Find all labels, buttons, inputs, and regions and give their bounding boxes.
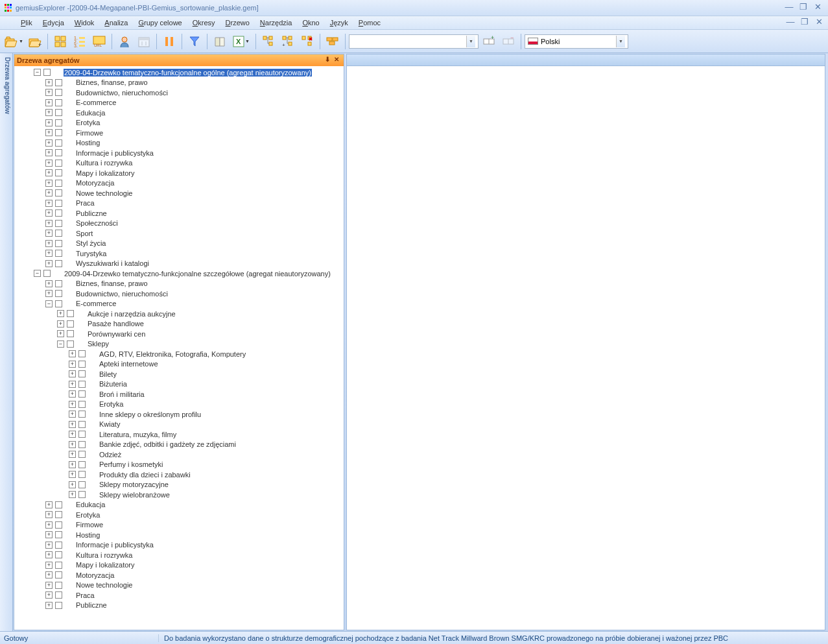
tree-label[interactable]: Publiczne: [75, 209, 108, 217]
checkbox[interactable]: [55, 521, 62, 529]
expand-icon[interactable]: +: [69, 441, 76, 448]
expand-icon[interactable]: +: [57, 310, 64, 317]
expand-icon[interactable]: +: [45, 542, 53, 549]
menu-okresy[interactable]: Okresy: [187, 17, 220, 29]
expand-icon[interactable]: +: [45, 209, 53, 217]
checkbox[interactable]: [78, 421, 86, 428]
tree-label[interactable]: Produkty dla dzieci i zabawki: [99, 471, 191, 479]
calendar-button[interactable]: [135, 32, 153, 51]
checkbox[interactable]: [67, 310, 74, 317]
checkbox[interactable]: [55, 109, 62, 116]
expand-icon[interactable]: +: [45, 119, 53, 126]
expand-icon[interactable]: +: [45, 240, 53, 247]
tree-node[interactable]: +Mapy i lokalizatory: [14, 168, 344, 178]
tree-label[interactable]: Literatura, muzyka, filmy: [99, 431, 177, 438]
checkbox[interactable]: [55, 149, 62, 156]
side-tab[interactable]: Drzewa agregatów: [0, 53, 13, 631]
checkbox[interactable]: [78, 431, 86, 438]
tree-label[interactable]: Motoryzacja: [75, 571, 115, 579]
tree-label[interactable]: Edukacja: [75, 501, 106, 508]
tree-label[interactable]: Sport: [75, 230, 93, 237]
expand-icon[interactable]: +: [45, 189, 53, 197]
menu-edycja[interactable]: Edycja: [38, 17, 69, 29]
tree-node[interactable]: +Edukacja: [14, 108, 344, 118]
tree-node[interactable]: +Sklepy wielobranżowe: [14, 490, 344, 500]
tree-node[interactable]: +Styl życia: [14, 239, 344, 249]
checkbox[interactable]: [67, 330, 74, 337]
tree-label[interactable]: Perfumy i kosmetyki: [99, 460, 163, 468]
expand-icon[interactable]: +: [45, 89, 53, 96]
tree-node[interactable]: +Erotyka: [14, 510, 344, 520]
tree-node[interactable]: +Budownictwo, nieruchomości: [14, 88, 344, 98]
language-combo[interactable]: Polski ▼: [525, 34, 628, 49]
checkbox[interactable]: [55, 240, 62, 247]
tree-node[interactable]: +Wyszukiwarki i katalogi: [14, 259, 344, 269]
expand-icon[interactable]: +: [45, 591, 53, 599]
expand-icon[interactable]: +: [69, 361, 76, 368]
tree-label[interactable]: Kultura i rozrywka: [75, 551, 133, 559]
tree-node[interactable]: +Informacje i publicystyka: [14, 540, 344, 551]
tree-label[interactable]: Budownictwo, nieruchomości: [75, 89, 169, 97]
checkbox[interactable]: [55, 602, 62, 609]
expand-icon[interactable]: +: [69, 471, 76, 478]
user-button[interactable]: [115, 32, 134, 51]
tree-body[interactable]: −2009-04-Drzewko tematyczno-funkcjonalne…: [14, 66, 344, 630]
expand-icon[interactable]: +: [45, 180, 53, 187]
checkbox[interactable]: [55, 250, 62, 257]
checkbox[interactable]: [78, 361, 86, 368]
expand-icon[interactable]: +: [45, 109, 53, 116]
tree-label[interactable]: Budownictwo, nieruchomości: [75, 290, 169, 298]
tree-node[interactable]: −Sklepy: [14, 339, 344, 350]
url-button[interactable]: URL: [90, 32, 108, 51]
expand-icon[interactable]: +: [57, 330, 64, 337]
close-button[interactable]: ✕: [811, 3, 824, 12]
tree-label[interactable]: Apteki internetowe: [99, 360, 159, 368]
tree-label[interactable]: Erotyka: [75, 511, 101, 519]
tree-label[interactable]: Kwiaty: [99, 420, 121, 428]
tree-label[interactable]: Publiczne: [75, 601, 108, 609]
tree-node[interactable]: +Społeczności: [14, 219, 344, 229]
checkbox[interactable]: [78, 451, 86, 458]
grid-button[interactable]: [51, 32, 69, 51]
checkbox[interactable]: [55, 571, 62, 578]
tree-node[interactable]: +Turystyka: [14, 248, 344, 259]
expand-icon[interactable]: +: [69, 370, 76, 377]
tree-label[interactable]: Praca: [75, 591, 95, 599]
tree-node[interactable]: +Kultura i rozrywka: [14, 158, 344, 169]
expand-icon[interactable]: +: [45, 149, 53, 156]
tree-button-1[interactable]: [259, 32, 278, 51]
expand-icon[interactable]: +: [45, 280, 53, 287]
tree-node[interactable]: +Broń i militaria: [14, 389, 344, 400]
tree-node[interactable]: +Kultura i rozrywka: [14, 550, 344, 560]
tree-label[interactable]: E-commerce: [75, 99, 117, 106]
checkbox[interactable]: [78, 381, 86, 388]
tree-label[interactable]: Biznes, finanse, prawo: [75, 78, 148, 86]
list-button[interactable]: 1.2.3.: [71, 32, 89, 51]
expand-icon[interactable]: +: [45, 169, 53, 176]
tree-label[interactable]: Kultura i rozrywka: [75, 159, 133, 167]
pause-button[interactable]: [160, 32, 178, 51]
checkbox[interactable]: [55, 89, 62, 96]
tree-label[interactable]: Motoryzacja: [75, 179, 115, 187]
checkbox[interactable]: [55, 230, 62, 237]
tree-label[interactable]: Sklepy: [87, 340, 110, 348]
expand-icon[interactable]: +: [69, 491, 76, 498]
checkbox[interactable]: [67, 340, 74, 348]
tree-node[interactable]: +Informacje i publicystyka: [14, 148, 344, 158]
expand-icon[interactable]: +: [69, 381, 76, 388]
collapse-icon[interactable]: −: [57, 340, 64, 348]
checkbox[interactable]: [55, 169, 62, 176]
tree-node[interactable]: +Sklepy motoryzacyjne: [14, 480, 344, 490]
collapse-icon[interactable]: −: [34, 69, 41, 76]
checkbox[interactable]: [78, 411, 86, 418]
remove-row-button[interactable]: −: [499, 32, 517, 51]
tree-label[interactable]: Erotyka: [75, 119, 101, 126]
tree-button-2[interactable]: +: [279, 32, 297, 51]
menu-grupy-celowe[interactable]: Grupy celowe: [133, 17, 187, 29]
expand-icon[interactable]: +: [45, 139, 53, 147]
checkbox[interactable]: [43, 69, 51, 76]
tree-node[interactable]: +E-commerce: [14, 98, 344, 108]
expand-icon[interactable]: +: [45, 521, 53, 529]
tree-node[interactable]: +Motoryzacja: [14, 178, 344, 189]
tree-label[interactable]: Firmowe: [75, 521, 104, 529]
